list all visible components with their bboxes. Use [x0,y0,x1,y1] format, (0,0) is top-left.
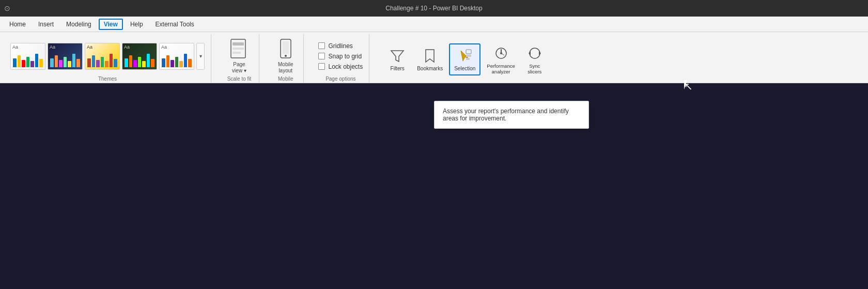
theme4-bar6 [147,54,150,67]
ribbon-group-themes: Aa Aa [4,34,211,83]
theme1-bar1 [13,58,17,67]
bookmarks-label: Bookmarks [417,66,443,71]
svg-rect-9 [466,58,470,60]
theme2-bar6 [72,54,76,67]
bookmarks-pane-btn[interactable]: Bookmarks [413,44,447,74]
page-options-content: Gridlines Snap to grid Lock objects [318,36,363,76]
filters-pane-btn[interactable]: Filters [384,44,411,74]
scale-content: Pageview ▾ [226,36,253,76]
ribbon-group-scale: Pageview ▾ Scale to fit [220,34,259,83]
page-view-label: Pageview ▾ [232,62,246,74]
themes-expand-btn[interactable]: ▾ [196,43,205,70]
mobile-group-label: Mobile [278,76,293,83]
show-panes-content: Filters Bookmarks [384,36,548,83]
svg-rect-1 [233,42,244,45]
theme-5[interactable]: Aa [159,43,194,70]
selection-pane-btn[interactable]: Selection [449,43,481,75]
menu-view[interactable]: View [99,19,123,30]
theme-2[interactable]: Aa [48,43,83,70]
snap-checkbox[interactable] [318,53,325,59]
theme1-bar4 [26,57,30,67]
svg-rect-2 [233,48,244,50]
scale-group-label: Scale to fit [227,76,252,83]
theme4-bar7 [151,59,154,67]
tooltip: Assess your report's performance and ide… [434,101,589,129]
lock-checkbox[interactable] [318,63,325,70]
theme2-bar4 [64,57,67,67]
mobile-content: Mobilelayout [274,36,297,76]
lock-row[interactable]: Lock objects [318,63,363,70]
theme4-bar4 [138,57,142,67]
theme1-bar2 [18,55,21,67]
svg-rect-5 [283,41,289,54]
filters-icon [388,48,407,64]
filters-label: Filters [391,66,405,71]
theme1-bar3 [22,60,25,67]
snap-row[interactable]: Snap to grid [318,53,363,60]
menu-modeling[interactable]: Modeling [61,19,97,30]
theme-3[interactable]: Aa [85,43,120,70]
themes-group-label: Themes [98,76,117,83]
theme5-bar7 [188,59,192,67]
theme5-bar2 [166,55,170,67]
menu-home[interactable]: Home [4,19,31,30]
theme3-bar3 [96,60,100,67]
sync-slicers-label: Syncslicers [528,63,541,74]
page-view-btn[interactable]: Pageview ▾ [226,36,253,76]
theme5-bar3 [171,60,174,67]
theme1-bar6 [35,54,39,67]
menu-bar: Home Insert Modeling View Help External … [0,17,868,32]
svg-rect-7 [466,50,471,54]
menu-insert[interactable]: Insert [33,19,59,30]
theme4-bar1 [125,58,128,67]
theme5-bar4 [175,57,179,67]
theme-3-item: Aa [85,43,120,70]
theme5-bar5 [179,61,183,67]
checkbox-group: Gridlines Snap to grid Lock objects [318,42,363,70]
theme4-bar2 [129,55,133,67]
theme-1-item: Aa [10,43,45,70]
sync-slicers-pane-btn[interactable]: Syncslicers [521,42,548,78]
svg-point-11 [500,52,502,54]
page-view-icon [230,38,249,60]
theme2-bar7 [76,59,80,67]
performance-icon [492,45,510,62]
theme2-bar3 [59,60,63,67]
page-options-group-label: Page options [326,76,355,83]
theme-2-item: Aa [48,43,83,70]
menu-external-tools[interactable]: External Tools [150,19,199,30]
selection-icon [456,48,474,64]
theme-1[interactable]: Aa [10,43,45,70]
theme3-bar5 [105,61,109,67]
svg-rect-8 [466,55,471,57]
gridlines-checkbox[interactable] [318,42,325,49]
theme3-bar4 [101,57,104,67]
gridlines-label: Gridlines [328,42,352,50]
theme3-bar2 [92,55,96,67]
performance-label: Performanceanalyzer [487,63,515,74]
lock-label: Lock objects [328,63,363,70]
theme4-bar3 [133,60,137,67]
theme5-bar6 [184,54,188,67]
ribbon: Aa Aa [0,32,868,83]
theme-4-item: Aa [122,43,157,70]
theme3-bar7 [114,59,117,67]
theme5-bar1 [162,58,165,67]
theme1-bar5 [30,61,34,67]
window-title: Challenge # 10 - Power BI Desktop [385,5,482,12]
svg-rect-3 [233,52,241,54]
ribbon-group-show-panes: Filters Bookmarks [378,34,554,83]
performance-pane-btn[interactable]: Performanceanalyzer [483,42,519,78]
tooltip-text: Assess your report's performance and ide… [443,108,569,122]
bookmarks-icon [421,48,439,64]
menu-help[interactable]: Help [125,19,148,30]
theme4-bar5 [142,61,146,67]
theme-4[interactable]: Aa [122,43,157,70]
mobile-icon [278,38,293,60]
gridlines-row[interactable]: Gridlines [318,42,363,50]
mobile-layout-btn[interactable]: Mobilelayout [274,36,297,76]
svg-point-6 [285,55,287,57]
theme2-bar5 [68,61,71,67]
ribbon-group-mobile: Mobilelayout Mobile [268,34,304,83]
mobile-layout-label: Mobilelayout [278,62,293,74]
